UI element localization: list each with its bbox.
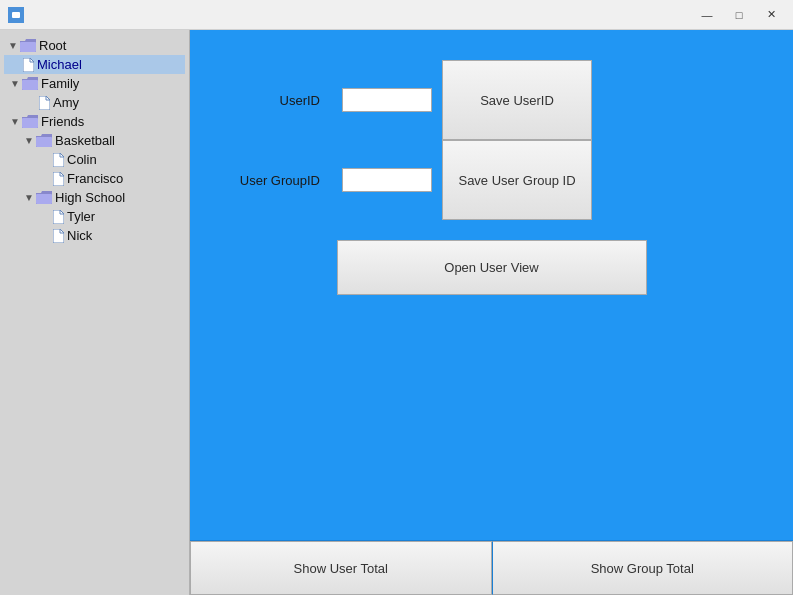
tree-node-root[interactable]: ▼ Root [4, 36, 185, 55]
svg-rect-1 [12, 12, 20, 18]
userid-label: UserID [210, 93, 320, 108]
file-icon-michael [22, 58, 34, 72]
minimize-button[interactable]: — [693, 4, 721, 26]
app-icon [8, 7, 24, 23]
userid-row: UserID [210, 88, 432, 112]
folder-icon-friends [22, 115, 38, 128]
save-usergroupid-button[interactable]: Save User Group ID [442, 140, 592, 220]
file-icon-francisco [52, 172, 64, 186]
show-user-total-button[interactable]: Show User Total [190, 541, 492, 595]
save-buttons: Save UserID Save User Group ID [442, 60, 592, 220]
folder-icon-highschool [36, 191, 52, 204]
form-area: UserID User GroupID Save UserID Save Use… [190, 30, 793, 220]
open-user-view-button[interactable]: Open User View [337, 240, 647, 295]
open-user-btn-container: Open User View [190, 220, 793, 315]
node-label-basketball: Basketball [55, 133, 115, 148]
node-label-colin: Colin [67, 152, 97, 167]
expand-icon-basketball: ▼ [22, 134, 36, 148]
expand-icon-friends: ▼ [8, 115, 22, 129]
usergroupid-label: User GroupID [210, 173, 320, 188]
tree-node-michael[interactable]: Michael [4, 55, 185, 74]
userid-input[interactable] [342, 88, 432, 112]
tree-node-nick[interactable]: Nick [4, 226, 185, 245]
node-label-root: Root [39, 38, 66, 53]
title-bar-left [8, 7, 24, 23]
folder-icon-family [22, 77, 38, 90]
folder-icon-root [20, 39, 36, 52]
expand-icon-highschool: ▼ [22, 191, 36, 205]
file-icon-nick [52, 229, 64, 243]
folder-icon-basketball [36, 134, 52, 147]
tree-node-colin[interactable]: Colin [4, 150, 185, 169]
tree-node-francisco[interactable]: Francisco [4, 169, 185, 188]
tree-node-basketball[interactable]: ▼ Basketball [4, 131, 185, 150]
file-icon-amy [38, 96, 50, 110]
right-panel: UserID User GroupID Save UserID Save Use… [190, 30, 793, 595]
node-label-amy: Amy [53, 95, 79, 110]
maximize-button[interactable]: □ [725, 4, 753, 26]
svg-rect-2 [20, 42, 36, 52]
title-controls: — □ ✕ [693, 4, 785, 26]
expand-icon-root: ▼ [6, 39, 20, 53]
labels-inputs: UserID User GroupID [210, 60, 432, 192]
node-label-tyler: Tyler [67, 209, 95, 224]
file-icon-tyler [52, 210, 64, 224]
svg-rect-4 [22, 118, 38, 128]
tree-panel: ▼ Root Michael ▼ Family Amy [0, 30, 190, 595]
tree-node-friends[interactable]: ▼ Friends [4, 112, 185, 131]
svg-rect-5 [36, 137, 52, 147]
svg-rect-6 [36, 194, 52, 204]
node-label-friends: Friends [41, 114, 84, 129]
tree-node-amy[interactable]: Amy [4, 93, 185, 112]
usergroupid-input[interactable] [342, 168, 432, 192]
bottom-buttons: Show User Total Show Group Total [190, 540, 793, 595]
title-bar: — □ ✕ [0, 0, 793, 30]
node-label-francisco: Francisco [67, 171, 123, 186]
svg-rect-3 [22, 80, 38, 90]
tree-node-family[interactable]: ▼ Family [4, 74, 185, 93]
node-label-highschool: High School [55, 190, 125, 205]
node-label-family: Family [41, 76, 79, 91]
tree-node-highschool[interactable]: ▼ High School [4, 188, 185, 207]
show-group-total-button[interactable]: Show Group Total [492, 541, 794, 595]
node-label-michael: Michael [37, 57, 82, 72]
node-label-nick: Nick [67, 228, 92, 243]
save-userid-button[interactable]: Save UserID [442, 60, 592, 140]
file-icon-colin [52, 153, 64, 167]
tree-node-tyler[interactable]: Tyler [4, 207, 185, 226]
spacer [190, 315, 793, 540]
usergroupid-row: User GroupID [210, 168, 432, 192]
expand-icon-family: ▼ [8, 77, 22, 91]
main-content: ▼ Root Michael ▼ Family Amy [0, 30, 793, 595]
close-button[interactable]: ✕ [757, 4, 785, 26]
